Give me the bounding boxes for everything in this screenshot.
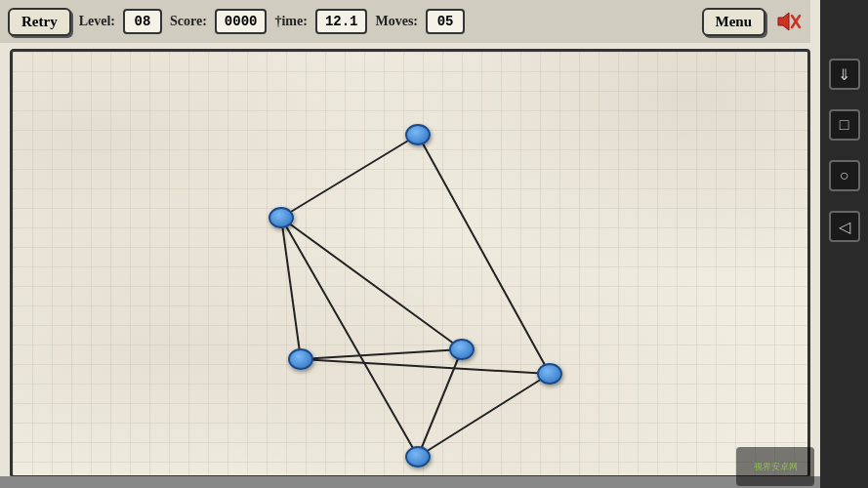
graph-node[interactable] xyxy=(269,207,294,228)
side-panel: ⇓ □ ○ ◁ xyxy=(820,0,868,488)
recent-apps-button[interactable]: □ xyxy=(829,109,860,141)
score-label: Score: xyxy=(170,14,207,29)
graph-edge xyxy=(281,218,418,457)
graph-edge xyxy=(301,349,462,359)
level-label: Level: xyxy=(79,14,115,29)
game-canvas[interactable] xyxy=(10,49,810,478)
graph-node[interactable] xyxy=(288,348,313,370)
moves-value: 05 xyxy=(426,9,465,34)
time-value: 12.1 xyxy=(315,9,368,34)
time-label: †ime: xyxy=(274,14,307,29)
graph-edge xyxy=(301,359,550,374)
graph-edge xyxy=(281,218,462,349)
graph-node[interactable] xyxy=(537,363,562,385)
moves-label: Moves: xyxy=(375,14,418,29)
graph-edge xyxy=(281,135,418,218)
menu-button[interactable]: Menu xyxy=(702,8,766,36)
bottom-bar xyxy=(0,476,820,488)
graph-edge xyxy=(281,218,301,359)
svg-marker-0 xyxy=(778,13,789,30)
scroll-down-button[interactable]: ⇓ xyxy=(829,59,860,90)
level-value: 08 xyxy=(123,9,162,34)
graph-edge xyxy=(418,374,550,457)
retry-button[interactable]: Retry xyxy=(8,8,71,36)
game-area xyxy=(0,0,820,488)
graph-edge xyxy=(418,135,550,374)
hud-bar: Retry Level: 08 Score: 0000 †ime: 12.1 M… xyxy=(0,0,810,43)
score-value: 0000 xyxy=(215,9,268,34)
watermark: 视界安卓网 xyxy=(736,447,814,486)
back-button[interactable]: ◁ xyxy=(829,211,860,242)
graph-lines xyxy=(22,101,820,488)
graph-node[interactable] xyxy=(405,446,431,468)
graph-node[interactable] xyxy=(405,124,431,145)
graph-edge xyxy=(418,349,462,457)
home-button[interactable]: ○ xyxy=(829,160,860,191)
graph-node[interactable] xyxy=(449,339,475,360)
sound-toggle-button[interactable] xyxy=(773,7,803,36)
